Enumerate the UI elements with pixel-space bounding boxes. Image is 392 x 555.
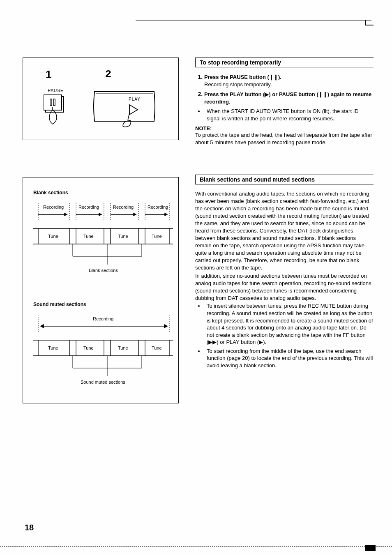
section2-bullets: To insert silence between tunes, press t…	[195, 302, 374, 369]
left-column: 1 2 PAUSE	[23, 58, 179, 440]
svg-text:Recording: Recording	[78, 205, 99, 210]
section2-bullet2: To start recording from the middle of th…	[204, 348, 374, 369]
section2-heading: Blank sections and sound muted sections	[195, 175, 374, 184]
svg-text:Tune: Tune	[83, 234, 94, 239]
figure-step-numbers: 1 2	[31, 68, 170, 81]
figure-pause-play: 1 2 PAUSE	[23, 58, 179, 140]
section2-bullet1: To insert silence between tunes, press t…	[204, 302, 374, 345]
step1-bold: Press the PAUSE button (❙❙).	[204, 74, 281, 80]
svg-text:Tune: Tune	[48, 234, 58, 239]
diagram1-title: Blank sections	[33, 190, 168, 196]
sound-muted-diagram: Recording	[33, 315, 168, 393]
section1-bullet1: When the START ID AUTO WRITE button is O…	[204, 108, 374, 122]
svg-text:Tune: Tune	[152, 345, 162, 350]
step-number-1: 1	[46, 68, 51, 81]
bottom-rule	[0, 546, 392, 547]
right-column: To stop recording temporarily Press the …	[195, 58, 374, 440]
diagram2-caption: Sound muted sections	[81, 380, 125, 385]
section1-heading: To stop recording temporarily	[195, 58, 374, 67]
pause-button-diagram: PAUSE	[44, 88, 68, 125]
svg-text:Tune: Tune	[48, 345, 58, 350]
two-column-layout: 1 2 PAUSE	[23, 58, 374, 440]
svg-text:Recording: Recording	[93, 316, 113, 321]
crop-mark-icon	[365, 20, 374, 25]
play-label-text: PLAY	[129, 97, 141, 101]
section2-para1: With conventional analog audio tapes, th…	[195, 190, 374, 271]
section2-para2: In addition, since no-sound sections bet…	[195, 272, 374, 302]
play-icon: PLAY	[92, 88, 158, 127]
manual-page: 1 2 PAUSE	[0, 0, 392, 555]
step2-bold: Press the PLAY button (▶) or PAUSE butto…	[204, 91, 371, 105]
figure-blank-muted-sections: Blank sections	[23, 177, 179, 403]
step1-body: Recording stops temporarily.	[204, 81, 272, 88]
note-body: To protect the tape and the head, the he…	[195, 131, 374, 146]
note-heading: NOTE:	[195, 125, 374, 131]
play-button-diagram: PLAY	[92, 88, 158, 127]
rec-label: Recording	[43, 205, 64, 210]
section1-bullets: When the START ID AUTO WRITE button is O…	[195, 108, 374, 122]
crop-mark-icon	[365, 545, 376, 551]
svg-text:Recording: Recording	[148, 205, 168, 210]
svg-text:Tune: Tune	[83, 345, 94, 350]
section1-steps: Press the PAUSE button (❙❙). Recording s…	[195, 73, 374, 105]
pause-icon	[44, 94, 68, 125]
step-1: Press the PAUSE button (❙❙). Recording s…	[204, 73, 374, 88]
step-2: Press the PLAY button (▶) or PAUSE butto…	[204, 90, 374, 105]
pause-label: PAUSE	[44, 88, 68, 93]
horizontal-rule	[136, 21, 371, 21]
diagram2-title: Sound muted sections	[33, 302, 168, 307]
diagram1-caption: Blank sections	[89, 268, 118, 273]
svg-text:Tune: Tune	[152, 234, 162, 239]
step-number-2: 2	[105, 68, 111, 81]
svg-text:Recording: Recording	[113, 205, 134, 210]
blank-sections-diagram: Recording Recording Recording Recording	[33, 203, 168, 281]
page-number: 18	[25, 523, 34, 532]
svg-text:Tune: Tune	[118, 345, 128, 350]
svg-text:Tune: Tune	[118, 234, 128, 239]
